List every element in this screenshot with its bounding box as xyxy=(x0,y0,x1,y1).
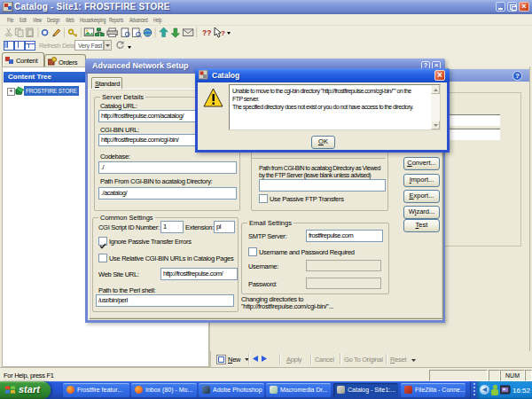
svg-text:?: ? xyxy=(221,29,225,37)
